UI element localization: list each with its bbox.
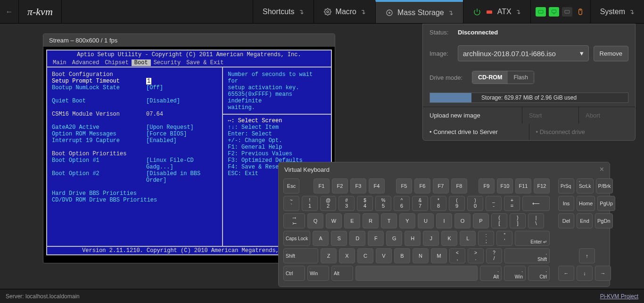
key-7[interactable]: &7 — [412, 196, 428, 211]
key-b[interactable]: B — [394, 248, 410, 263]
key-bracket[interactable]: {[ — [491, 213, 507, 228]
key-f10[interactable]: F10 — [497, 178, 513, 194]
bios-field-label[interactable]: Boot Option #2 — [52, 170, 146, 184]
key-pause[interactable]: P/Brk — [596, 178, 613, 194]
bios-field-label[interactable]: Setup Prompt Timeout — [52, 78, 146, 84]
key-alt[interactable]: ·Alt — [331, 266, 353, 281]
bios-field-value[interactable]: 1 — [146, 78, 151, 84]
bios-tab-security[interactable]: Security — [151, 59, 184, 66]
key-g[interactable]: G — [386, 231, 402, 246]
key-e[interactable]: E — [344, 213, 360, 228]
bios-field-value[interactable]: [Enabled] — [146, 137, 177, 144]
bios-tab-main[interactable]: Main — [50, 59, 69, 66]
key-f[interactable]: F — [368, 231, 384, 246]
key-end[interactable]: End — [577, 213, 593, 228]
key-o[interactable]: O — [454, 213, 471, 228]
key-5[interactable]: %5 — [375, 196, 391, 211]
key-punct[interactable]: :; — [478, 231, 494, 246]
key-6[interactable]: ^6 — [394, 196, 410, 211]
key-scrlk[interactable]: ▪ScrLk — [577, 178, 594, 194]
key-a[interactable]: A — [313, 231, 329, 246]
key-f6[interactable]: F6 — [414, 178, 430, 194]
key-8[interactable]: *8 — [430, 196, 446, 211]
key--[interactable]: _- — [486, 196, 502, 211]
key-ins[interactable]: Ins — [558, 196, 574, 211]
key-punct[interactable]: >. — [468, 248, 484, 263]
project-link[interactable]: Pi-KVM Project — [600, 293, 638, 300]
key-punct[interactable]: <, — [449, 248, 465, 263]
bios-tab-save-exit[interactable]: Save & Exit — [183, 59, 226, 66]
key-y[interactable]: Y — [399, 213, 415, 228]
bios-submenu[interactable]: Hard Drive BBS Priorities — [52, 190, 217, 197]
key-d[interactable]: D — [349, 231, 365, 246]
key-z[interactable]: Z — [321, 248, 337, 263]
bios-field-value[interactable]: [Disabled] — [146, 98, 180, 104]
key-j[interactable]: J — [423, 231, 439, 246]
key-down[interactable]: ↓ — [577, 266, 593, 281]
key-f9[interactable]: F9 — [479, 178, 495, 194]
key-f11[interactable]: F11 — [515, 178, 531, 194]
key-del[interactable]: Del — [558, 213, 574, 228]
bios-field-label[interactable]: Boot Option #1 — [52, 157, 146, 170]
key-n[interactable]: N — [413, 248, 429, 263]
bios-submenu[interactable]: CD/DVD ROM Drive BBS Priorities — [52, 197, 217, 203]
bios-field-value[interactable]: [Linux File-CD Gadg...] — [146, 157, 217, 170]
key-l[interactable]: L — [460, 231, 476, 246]
bios-field-value[interactable]: [Disabled in BBS Order] — [146, 170, 217, 184]
key-bracket[interactable]: }] — [510, 213, 526, 228]
nav-system[interactable]: System↴ — [590, 0, 644, 23]
connect-drive-button[interactable]: • Connect drive to Server — [423, 124, 529, 140]
key-ralt[interactable]: ·Alt — [480, 266, 502, 281]
key-pgdn[interactable]: PgDn — [595, 213, 613, 228]
key-left[interactable]: ← — [558, 266, 574, 281]
bios-field-label[interactable]: Quiet Boot — [52, 98, 146, 104]
key-u[interactable]: U — [418, 213, 434, 228]
key-home[interactable]: Home — [577, 196, 595, 211]
key-w[interactable]: W — [326, 213, 342, 228]
key-t[interactable]: T — [381, 213, 397, 228]
key-i[interactable]: I — [436, 213, 452, 228]
key-punct[interactable]: "' — [496, 231, 512, 246]
bios-field-label[interactable]: GateA20 Active — [52, 124, 146, 131]
key-c[interactable]: C — [357, 248, 373, 263]
key-f12[interactable]: F12 — [534, 178, 550, 194]
key-punct[interactable]: ?/ — [486, 248, 502, 263]
key-f3[interactable]: F3 — [350, 178, 366, 194]
key-right[interactable]: → — [595, 266, 611, 281]
key-2[interactable]: @2 — [320, 196, 336, 211]
key-f8[interactable]: F8 — [451, 178, 467, 194]
key-r[interactable]: R — [363, 213, 379, 228]
key-f7[interactable]: F7 — [433, 178, 449, 194]
bios-field-label[interactable]: Bootup NumLock State — [52, 84, 146, 91]
bios-tab-advanced[interactable]: Advanced — [69, 59, 102, 66]
key-space[interactable] — [355, 266, 478, 281]
key-f5[interactable]: F5 — [396, 178, 412, 194]
key-`[interactable]: ~` — [283, 196, 299, 211]
upload-image-button[interactable]: Upload new image — [423, 107, 522, 124]
key-ctrl[interactable]: ·Ctrl — [283, 266, 305, 281]
key-p[interactable]: P — [473, 213, 489, 228]
key-q[interactable]: Q — [307, 213, 323, 228]
bios-field-label[interactable]: Interrupt 19 Capture — [52, 137, 146, 144]
key-3[interactable]: #3 — [339, 196, 355, 211]
drive-mode-toggle[interactable]: CD-ROM Flash — [472, 71, 534, 84]
image-select[interactable]: archlinux-2018.07.01-i686.iso ▾ — [458, 45, 589, 61]
bios-field-value[interactable]: [Off] — [146, 84, 163, 91]
key-capslock[interactable]: ·Caps Lock — [283, 231, 310, 246]
nav-macro[interactable]: Macro↴ — [314, 0, 375, 23]
key-f2[interactable]: F2 — [332, 178, 348, 194]
key-esc[interactable]: Esc — [283, 178, 299, 194]
nav-atx[interactable]: ATX↴ — [463, 0, 530, 23]
drive-mode-flash[interactable]: Flash — [508, 71, 534, 84]
key-prtsc[interactable]: ·PrSq — [558, 178, 574, 194]
key-v[interactable]: V — [376, 248, 392, 263]
key-rctrl[interactable]: ·Ctrl — [528, 266, 550, 281]
key-f4[interactable]: F4 — [369, 178, 385, 194]
key-1[interactable]: !1 — [302, 196, 318, 211]
key-9[interactable]: (9 — [449, 196, 465, 211]
key-m[interactable]: M — [431, 248, 447, 263]
key-bracket[interactable]: |\ — [528, 213, 544, 228]
key-enter[interactable]: Enter ↵ — [515, 231, 550, 246]
close-icon[interactable]: × — [600, 165, 604, 174]
bios-tab-boot[interactable]: Boot — [132, 59, 151, 66]
